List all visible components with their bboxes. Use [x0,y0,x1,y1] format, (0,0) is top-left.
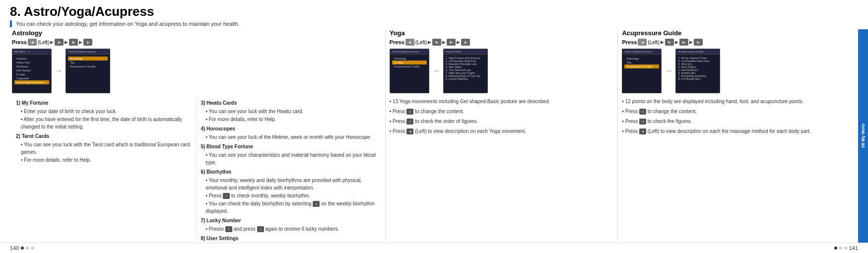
astrology-section: Astrology Press ◄ (Left) ▶ 5▪ ▶ 8▪ ▶ 1▪ … [8,29,386,243]
screen2-astro: Astro/Yoga/Acupress Astrology Top Acupre… [66,49,110,93]
arrow1-acup: ▶ [661,40,664,45]
dot4 [834,247,837,250]
arrow2-astro: ▶ [65,40,68,45]
left-label-astro: (Left) [38,40,49,45]
arrow3-acup: ▶ [689,40,693,45]
item-3: 3) Hwatu Cards You can see your luck wit… [200,99,377,123]
screen2-acup: Acupressure Guide 1. Hit for Head & 3 Fe… [675,49,720,93]
yoga-screenshots: Astro/Yoga/Acupress Astrology S.Yoga Acu… [390,49,614,93]
yoga-notes: 13 Yoga movements including Get shaped-B… [390,97,614,135]
item-6: 6) Biorhythm Your monthly, weekly and da… [200,168,377,215]
subtitle-bar [10,20,12,27]
btn-1-astro: 1▪ [83,39,92,46]
arrow2-yoga: ▶ [442,40,446,45]
astrology-screenshots: My Moto 3 Feature Video Key Directory Fi… [12,49,381,93]
arrow1-yoga: ▶ [428,40,431,45]
acupressure-notes: 12 points on the body are displayed incl… [622,97,846,135]
screen2-yoga: Yoga Guide 1. High Posture (Far Posture … [443,49,488,93]
btn-8-acup: 8▪ [679,39,688,46]
sidebar-tab-label: 08 My Moto [861,124,866,148]
press-label-astro: Press [12,39,27,45]
screen1-acup: Astro/Yoga/Acupress Astrology Top Acupre… [622,49,662,93]
astrology-press-row: Press ◄ (Left) ▶ 5▪ ▶ 8▪ ▶ 1▪ [12,39,381,46]
arrow2-acup: ▶ [675,40,678,45]
astrology-title: Astrology [12,29,381,37]
screen1-astro: My Moto 3 Feature Video Key Directory Fi… [12,49,52,93]
left-label-yoga: (Left) [415,40,427,45]
btn-5-acup: 5▪ [665,39,674,46]
left-label-acup: (Left) [648,40,659,45]
btn-5-yoga: 5▪ [432,39,441,46]
arrow1-astro: ▶ [50,40,54,45]
page-num-left: 140 [10,245,34,251]
btn-8-yoga: 8▪ [447,39,456,46]
btn-left-acup: ◄ [638,39,647,46]
item-5: 5) Blood Type Fortune You can see your c… [200,143,377,166]
acupressure-press-row: Press ◄ (Left) ▶ 5▪ ▶ 8▪ ▶ 3▪ [622,39,846,46]
btn-3-acup: 3▪ [694,39,703,46]
acupressure-screenshots: Astro/Yoga/Acupress Astrology Top Acupre… [622,49,846,93]
item-8: 8) User Settings Enter your exact date o… [200,235,377,243]
dot5 [839,247,842,250]
item-2: 2) Tarot Cards You can see your luck wit… [16,132,192,164]
btn-2-yoga: 2▪ [461,39,470,46]
page-num-right: 141 [834,245,858,251]
arrow3-astro: ▶ [79,40,82,45]
bottom-bar: 140 141 [0,243,868,253]
dot3 [31,247,34,250]
acupressure-section: Acupressure Guide Press ◄ (Left) ▶ 5▪ ▶ … [618,29,850,243]
page-subtitle: You can check your astrology, get inform… [10,20,858,27]
item-4: 4) Horoscopes You can see your luck of t… [200,125,377,141]
screen1-yoga: Astro/Yoga/Acupress Astrology S.Yoga Acu… [390,49,429,93]
btn-left-astro: ◄ [28,39,37,46]
press-label-yoga: Press [390,39,404,45]
arrow-yoga: → [432,66,440,75]
acupressure-title: Acupressure Guide [622,29,846,37]
btn-8-astro: 8▪ [69,39,78,46]
page-title: 8. Astro/Yoga/Acupress [10,4,858,19]
dot1 [21,247,24,250]
btn-5-astro: 5▪ [55,39,64,46]
item-1: 1) My Fortune Enter your date of birth t… [16,99,192,130]
yoga-press-row: Press ◄ (Left) ▶ 5▪ ▶ 8▪ ▶ 2▪ [390,39,614,46]
arrow3-yoga: ▶ [457,40,460,45]
sidebar-tab: 08 My Moto [858,29,868,243]
dot2 [26,247,29,250]
page-header: 8. Astro/Yoga/Acupress You can check you… [0,0,868,29]
arrow-acup: → [665,66,672,75]
press-label-acup: Press [622,39,637,45]
dot6 [844,247,847,250]
yoga-section: Yoga Press ◄ (Left) ▶ 5▪ ▶ 8▪ ▶ 2▪ Astro… [386,29,618,243]
arrow-astro: → [55,66,63,75]
yoga-title: Yoga [390,29,614,37]
btn-left-yoga: ◄ [405,39,414,46]
item-7: 7) Lucky Number Pressv ☺ and press ☺ aga… [200,217,377,233]
